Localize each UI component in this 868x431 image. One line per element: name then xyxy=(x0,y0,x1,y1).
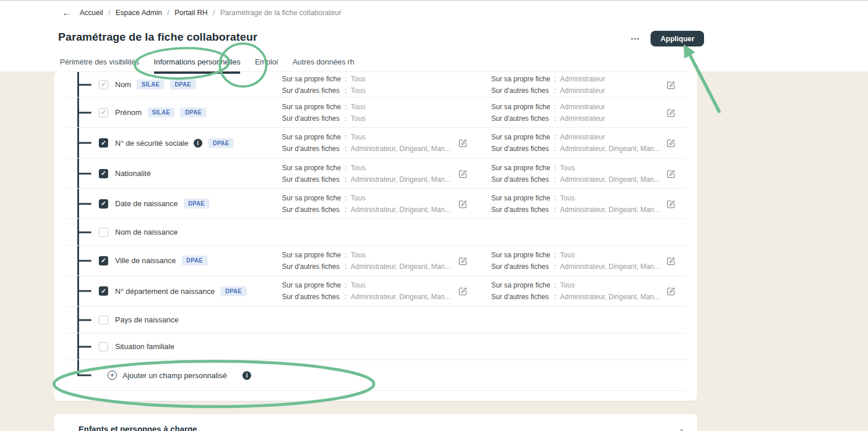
visibility-own-column: Sur sa propre fiche:TousSur d'autres fic… xyxy=(282,73,366,96)
breadcrumb-espace-admin[interactable]: Espace Admin xyxy=(116,9,162,17)
breadcrumb-separator: / xyxy=(108,9,110,17)
visibility-own-column: Sur sa propre fiche:TousSur d'autres fic… xyxy=(282,131,451,155)
visibility-own-column: Sur sa propre fiche:TousSur d'autres fic… xyxy=(282,101,366,124)
field-row-situation-familiale: Situation familiale xyxy=(67,333,687,360)
field-label: Nom de naissance xyxy=(115,228,178,236)
field-label: Nom xyxy=(115,80,131,89)
field-label: Date de naissance xyxy=(115,199,178,208)
tree-connector xyxy=(77,290,91,292)
visibility-edit-column: Sur sa propre fiche:TousSur d'autres fic… xyxy=(491,279,660,303)
edit-visibility-icon[interactable] xyxy=(666,168,676,179)
badge-dpae: DPAE xyxy=(220,286,246,296)
badge-silae: SILAE xyxy=(137,80,164,89)
checkbox-date-de-naissance[interactable]: ✓ xyxy=(99,199,108,209)
field-label: Situation familiale xyxy=(115,342,174,351)
field-row-ville-de-naissance: ✓Ville de naissanceDPAESur sa propre fic… xyxy=(67,245,687,275)
section-enfants-card[interactable]: Enfants et personnes à charge › xyxy=(54,414,697,431)
breadcrumb-separator: / xyxy=(213,9,215,17)
add-custom-field-label[interactable]: Ajouter un champ personnalisé xyxy=(123,371,227,380)
add-custom-field-row[interactable]: +Ajouter un champ personnaliséi xyxy=(67,360,687,391)
field-label: N° département de naissance xyxy=(115,287,215,296)
visibility-own-column: Sur sa propre fiche:TousSur d'autres fic… xyxy=(282,279,451,303)
breadcrumb-current: Paramétrage de la fiche collaborateur xyxy=(220,9,341,17)
checkbox-situation-familiale[interactable] xyxy=(99,342,108,351)
checkbox-nom[interactable]: ✓ xyxy=(99,80,108,89)
checkbox-n-d-partement-de-naissance[interactable]: ✓ xyxy=(99,286,108,296)
field-row-n-de-s-curit-sociale: ✓N° de sécurité socialeiDPAESur sa propr… xyxy=(67,127,687,158)
tab-informations-personnelles[interactable]: Informations personnelles xyxy=(154,58,241,74)
tree-connector xyxy=(77,173,91,174)
info-icon[interactable]: i xyxy=(194,139,202,148)
field-row-pr-nom: ✓PrénomSILAEDPAESur sa propre fiche:Tous… xyxy=(67,97,687,127)
visibility-edit-column: Sur sa propre fiche:TousSur d'autres fic… xyxy=(491,192,660,216)
field-row-nationalit: ✓NationalitéSur sa propre fiche:TousSur … xyxy=(67,158,687,188)
edit-visibility-icon[interactable] xyxy=(458,138,468,148)
breadcrumb: ← Accueil / Espace Admin / Portail RH / … xyxy=(62,8,341,17)
page-header: ← Accueil / Espace Admin / Portail RH / … xyxy=(0,1,868,71)
tree-connector xyxy=(77,260,91,261)
checkbox-pays-de-naissance[interactable] xyxy=(99,315,108,325)
more-options-icon[interactable]: ... xyxy=(631,31,640,41)
tree-connector xyxy=(77,319,91,321)
visibility-edit-column: Sur sa propre fiche:AdministrateurSur d'… xyxy=(491,73,605,96)
tree-connector xyxy=(77,231,91,233)
checkbox-nom-de-naissance[interactable] xyxy=(99,228,108,237)
edit-visibility-icon[interactable] xyxy=(666,80,676,90)
edit-visibility-icon[interactable] xyxy=(666,107,676,118)
visibility-edit-column: Sur sa propre fiche:AdministrateurSur d'… xyxy=(491,101,605,124)
checkbox-pr-nom[interactable]: ✓ xyxy=(99,108,108,117)
badge-dpae: DPAE xyxy=(208,138,234,148)
visibility-own-column: Sur sa propre fiche:TousSur d'autres fic… xyxy=(282,162,451,185)
edit-visibility-icon[interactable] xyxy=(458,168,468,179)
top-hairline xyxy=(0,0,868,1)
fields-settings-card: ✓NomSILAEDPAESur sa propre fiche:TousSur… xyxy=(54,71,697,401)
field-row-n-d-partement-de-naissance: ✓N° département de naissanceDPAESur sa p… xyxy=(67,275,687,306)
tree-connector xyxy=(77,346,91,347)
badge-silae: SILAE xyxy=(148,107,175,117)
breadcrumb-portail-rh[interactable]: Portail RH xyxy=(174,9,208,17)
badge-dpae: DPAE xyxy=(180,107,206,117)
badge-dpae: DPAE xyxy=(170,80,195,89)
edit-visibility-icon[interactable] xyxy=(666,138,676,148)
field-row-pays-de-naissance: Pays de naissance xyxy=(67,306,687,333)
plus-circle-icon[interactable]: + xyxy=(108,371,117,380)
chevron-right-icon[interactable]: › xyxy=(680,426,683,431)
visibility-own-column: Sur sa propre fiche:TousSur d'autres fic… xyxy=(282,192,451,216)
visibility-edit-column: Sur sa propre fiche:TousSur d'autres fic… xyxy=(491,162,660,185)
edit-visibility-icon[interactable] xyxy=(458,199,468,209)
visibility-edit-column: Sur sa propre fiche:TousSur d'autres fic… xyxy=(491,249,660,272)
edit-visibility-icon[interactable] xyxy=(458,256,468,266)
tree-connector xyxy=(77,112,91,113)
tree-connector xyxy=(77,203,91,204)
breadcrumb-accueil[interactable]: Accueil xyxy=(80,9,103,17)
info-icon[interactable]: i xyxy=(242,371,251,380)
tab-autres-donnees-rh[interactable]: Autres données rh xyxy=(292,58,354,74)
checkbox-nationalit[interactable]: ✓ xyxy=(99,169,108,178)
field-label: Pays de naissance xyxy=(115,315,178,324)
badge-dpae: DPAE xyxy=(184,199,209,209)
tab-bar: Périmètre des visibilités Informations p… xyxy=(60,58,354,74)
tree-connector xyxy=(77,142,91,144)
page-title: Paramétrage de la fiche collaborateur xyxy=(58,31,258,44)
breadcrumb-separator: / xyxy=(167,9,169,17)
field-row-nom: ✓NomSILAEDPAESur sa propre fiche:TousSur… xyxy=(67,71,687,97)
field-label: N° de sécurité sociale xyxy=(115,139,188,148)
badge-dpae: DPAE xyxy=(182,256,208,265)
edit-visibility-icon[interactable] xyxy=(458,286,468,296)
edit-visibility-icon[interactable] xyxy=(666,256,676,266)
field-label: Prénom xyxy=(115,108,142,117)
field-row-date-de-naissance: ✓Date de naissanceDPAESur sa propre fich… xyxy=(67,188,687,218)
section-enfants-title: Enfants et personnes à charge xyxy=(78,425,197,431)
checkbox-n-de-s-curit-sociale[interactable]: ✓ xyxy=(99,138,108,148)
visibility-own-column: Sur sa propre fiche:TousSur d'autres fic… xyxy=(282,249,451,272)
edit-visibility-icon[interactable] xyxy=(666,199,676,209)
fields-table: ✓NomSILAEDPAESur sa propre fiche:TousSur… xyxy=(67,71,687,391)
tab-perimetre-des-visibilites[interactable]: Périmètre des visibilités xyxy=(60,58,140,74)
apply-button[interactable]: Appliquer xyxy=(651,31,704,46)
tab-emploi[interactable]: Emploi xyxy=(255,58,278,74)
checkbox-ville-de-naissance[interactable]: ✓ xyxy=(99,256,108,265)
edit-visibility-icon[interactable] xyxy=(666,286,676,296)
field-row-nom-de-naissance: Nom de naissance xyxy=(67,218,687,245)
tree-connector xyxy=(77,84,91,85)
back-arrow-icon[interactable]: ← xyxy=(62,8,71,17)
